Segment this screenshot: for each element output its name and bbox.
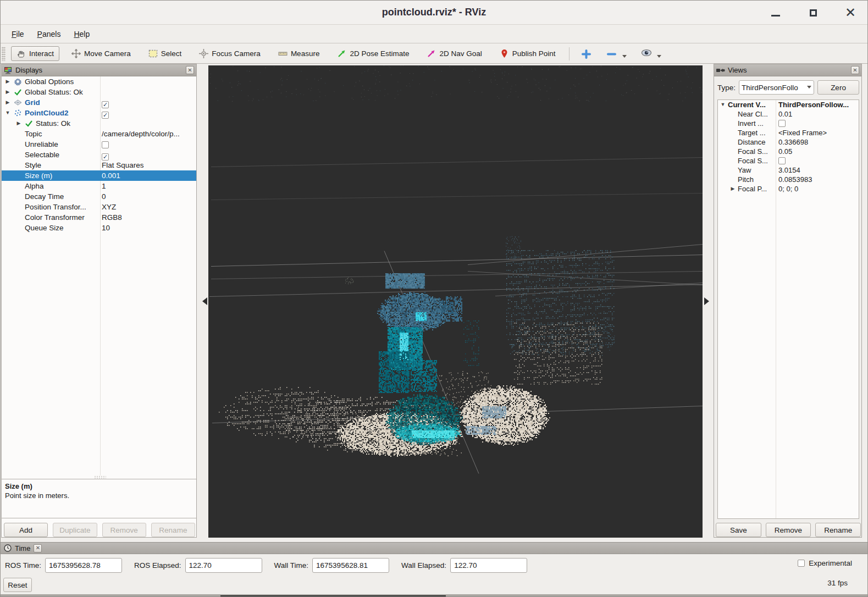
2d-pose-estimate-button[interactable]: 2D Pose Estimate	[331, 46, 414, 61]
maximize-button[interactable]	[806, 5, 820, 20]
views-row-target[interactable]: Target ...<Fixed Frame>	[718, 128, 859, 137]
move-camera-button[interactable]: Move Camera	[66, 46, 136, 61]
row-value[interactable]: 0; 0; 0	[778, 184, 798, 194]
ros-time-input[interactable]: 1675395628.78	[45, 558, 122, 573]
row-value[interactable]: /camera/depth/color/p...	[102, 129, 180, 139]
row-value[interactable]: 0.0853983	[778, 175, 812, 184]
displays-row-style[interactable]: StyleFlat Squares	[2, 160, 196, 170]
row-checkbox[interactable]: ✓	[102, 150, 109, 160]
views-row-focal-p[interactable]: ▶Focal P...0; 0; 0	[718, 184, 859, 194]
row-value[interactable]: 0.001	[102, 170, 120, 181]
wall-elapsed-input[interactable]: 122.70	[450, 558, 527, 573]
gear-icon	[14, 78, 22, 86]
views-close-button[interactable]: ✕	[851, 66, 859, 74]
row-checkbox[interactable]	[102, 139, 109, 150]
expander-closed-icon[interactable]: ▶	[729, 184, 737, 194]
displays-row-global-options[interactable]: ▶Global Options	[2, 76, 196, 87]
rename-button[interactable]: Rename	[815, 523, 861, 537]
camera-visibility-button[interactable]	[637, 47, 665, 60]
expander-closed-icon[interactable]: ▶	[4, 97, 12, 108]
displays-row-selectable[interactable]: Selectable✓	[2, 150, 196, 160]
remove-button[interactable]: Remove	[766, 523, 811, 537]
save-button[interactable]: Save	[716, 523, 761, 537]
row-value[interactable]: <Fixed Frame>	[778, 128, 827, 137]
row-value[interactable]: 0.336698	[778, 137, 808, 147]
time-close-button[interactable]: ✕	[34, 544, 42, 552]
displays-row-size-m[interactable]: Size (m)0.001	[2, 170, 196, 181]
collapse-right-arrow[interactable]	[704, 297, 709, 305]
displays-row-grid[interactable]: ▶Grid✓	[2, 97, 196, 108]
expander-closed-icon[interactable]: ▶	[4, 76, 12, 87]
expander-open-icon[interactable]: ▼	[4, 108, 12, 118]
close-button[interactable]: ✕	[843, 5, 858, 20]
views-row-yaw[interactable]: Yaw3.0154	[718, 165, 859, 175]
views-row-current-v[interactable]: ▼Current V...ThirdPersonFollow...	[718, 100, 859, 109]
row-value[interactable]: 0.05	[778, 147, 792, 156]
displays-row-topic[interactable]: Topic/camera/depth/color/p...	[2, 129, 196, 139]
expander-closed-icon[interactable]: ▶	[4, 87, 12, 97]
views-row-pitch[interactable]: Pitch0.0853983	[718, 175, 859, 184]
expander-open-icon[interactable]: ▼	[719, 100, 727, 109]
experimental-checkbox[interactable]	[798, 560, 805, 567]
viewport-canvas[interactable]	[208, 65, 703, 538]
measure-button[interactable]: Measure	[273, 46, 325, 61]
time-field-wall-time: Wall Time:1675395628.81	[274, 558, 390, 573]
row-checkbox[interactable]	[778, 156, 786, 165]
displays-row-status-ok[interactable]: ▶Status: Ok	[2, 118, 196, 129]
add-button[interactable]: Add	[4, 523, 48, 537]
views-row-focal-s[interactable]: Focal S...	[718, 156, 859, 165]
zero-button[interactable]: Zero	[817, 80, 859, 95]
menu-panels[interactable]: Panels	[32, 27, 67, 41]
displays-panel-header[interactable]: Displays ✕	[2, 64, 196, 76]
row-value[interactable]: 10	[102, 223, 110, 233]
select-button[interactable]: Select	[143, 46, 187, 61]
row-checkbox[interactable]: ✓	[102, 108, 109, 118]
time-panel-body: ROS Time:1675395628.78ROS Elapsed:122.70…	[1, 555, 868, 594]
view-type-combobox[interactable]: ThirdPersonFollo	[739, 80, 814, 95]
views-panel-header[interactable]: Views ✕	[714, 64, 861, 76]
reset-button[interactable]: Reset	[3, 578, 32, 592]
zoom-in-button[interactable]	[577, 47, 596, 60]
wall-time-input[interactable]: 1675395628.81	[312, 558, 389, 573]
tool-label: Focus Camera	[212, 49, 261, 58]
displays-row-position-transfor[interactable]: Position Transfor...XYZ	[2, 202, 196, 212]
experimental-option[interactable]: Experimental	[798, 559, 852, 567]
zoom-out-button[interactable]	[602, 47, 631, 60]
focus-camera-button[interactable]: Focus Camera	[193, 46, 266, 61]
displays-row-queue-size[interactable]: Queue Size10	[2, 223, 196, 233]
minimize-button[interactable]	[769, 5, 783, 20]
row-value[interactable]: 1	[102, 181, 106, 191]
views-row-focal-s[interactable]: Focal S...0.05	[718, 147, 859, 156]
expander-closed-icon[interactable]: ▶	[15, 118, 23, 129]
collapse-left-arrow[interactable]	[202, 297, 207, 305]
displays-row-pointcloud2[interactable]: ▼PointCloud2✓	[2, 108, 196, 118]
time-panel-header[interactable]: Time ✕	[1, 542, 868, 554]
row-value[interactable]: XYZ	[102, 202, 116, 212]
row-value[interactable]: ThirdPersonFollow...	[778, 100, 849, 109]
row-checkbox[interactable]	[778, 119, 786, 128]
publish-point-button[interactable]: Publish Point	[494, 46, 561, 61]
displays-row-alpha[interactable]: Alpha1	[2, 181, 196, 191]
row-value[interactable]: 3.0154	[778, 165, 800, 175]
displays-row-color-transformer[interactable]: Color TransformerRGB8	[2, 212, 196, 223]
row-checkbox[interactable]: ✓	[102, 97, 109, 108]
toolbar-grip[interactable]	[2, 47, 5, 61]
row-value[interactable]: 0	[102, 191, 106, 202]
row-value[interactable]: 0.01	[778, 109, 792, 119]
displays-row-decay-time[interactable]: Decay Time0	[2, 191, 196, 202]
render-viewport[interactable]	[208, 65, 703, 538]
interact-button[interactable]: Interact	[11, 46, 59, 61]
views-row-invert[interactable]: Invert ...	[718, 119, 859, 128]
2d-nav-goal-button[interactable]: 2D Nav Goal	[421, 46, 487, 61]
menu-file[interactable]: File	[6, 27, 30, 41]
ros-elapsed-input[interactable]: 122.70	[185, 558, 262, 573]
views-row-distance[interactable]: Distance0.336698	[718, 137, 859, 147]
displays-row-global-status-ok[interactable]: ▶Global Status: Ok	[2, 87, 196, 97]
displays-close-button[interactable]: ✕	[186, 66, 194, 74]
menu-help[interactable]: Help	[68, 27, 95, 41]
displays-splitter-grip[interactable]	[94, 476, 106, 478]
row-value[interactable]: RGB8	[102, 212, 122, 223]
displays-row-unreliable[interactable]: Unreliable	[2, 139, 196, 150]
row-value[interactable]: Flat Squares	[102, 160, 144, 170]
views-row-near-cl[interactable]: Near Cl...0.01	[718, 109, 859, 119]
